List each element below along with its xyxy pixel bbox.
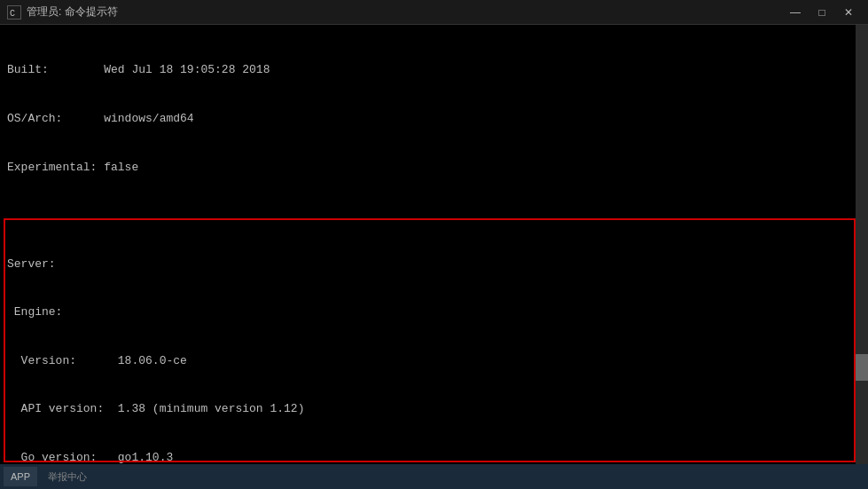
scrollbar[interactable] bbox=[856, 25, 868, 464]
terminal-line: Built: Wed Jul 18 19:05:28 2018 bbox=[7, 62, 861, 78]
title-text: 管理员: 命令提示符 bbox=[27, 4, 118, 20]
terminal-content: Built: Wed Jul 18 19:05:28 2018 OS/Arch:… bbox=[7, 30, 861, 464]
svg-text:C: C bbox=[10, 9, 15, 19]
cmd-icon: C bbox=[7, 5, 21, 20]
taskbar: APP 举报中心 bbox=[0, 464, 868, 489]
terminal-line: OS/Arch: windows/amd64 bbox=[7, 111, 861, 127]
terminal-line: Version: 18.06.0-ce bbox=[7, 353, 861, 369]
scrollbar-thumb[interactable] bbox=[856, 354, 868, 381]
terminal-line: Go version: go1.10.3 bbox=[7, 450, 861, 464]
terminal-line bbox=[7, 208, 861, 224]
taskbar-app-item[interactable]: APP bbox=[4, 467, 37, 486]
maximize-button[interactable]: □ bbox=[809, 4, 834, 21]
taskbar-report-item[interactable]: 举报中心 bbox=[41, 469, 94, 485]
terminal: Built: Wed Jul 18 19:05:28 2018 OS/Arch:… bbox=[0, 25, 868, 464]
close-button[interactable]: ✕ bbox=[836, 4, 861, 21]
title-bar: C 管理员: 命令提示符 — □ ✕ bbox=[0, 0, 868, 25]
title-bar-left: C 管理员: 命令提示符 bbox=[7, 4, 118, 20]
terminal-line: Engine: bbox=[7, 304, 861, 320]
minimize-button[interactable]: — bbox=[783, 4, 808, 21]
window-controls: — □ ✕ bbox=[783, 4, 861, 21]
terminal-line: Server: bbox=[7, 256, 861, 272]
terminal-line: API version: 1.38 (minimum version 1.12) bbox=[7, 401, 861, 417]
terminal-line: Experimental: false bbox=[7, 160, 861, 176]
